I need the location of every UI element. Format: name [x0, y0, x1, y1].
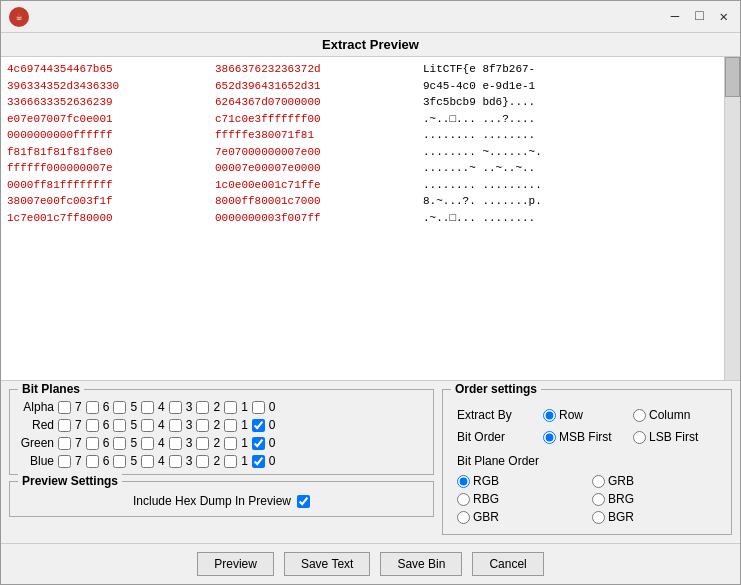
bit-checkbox-alpha-0[interactable]	[252, 401, 265, 414]
preview-row: 33666333526362396264367d070000003fc5bcb9…	[7, 94, 718, 111]
bit-checkbox-red-1[interactable]	[224, 419, 237, 432]
maximize-button[interactable]: □	[691, 8, 707, 25]
msb-first-radio[interactable]	[543, 431, 556, 444]
bit-checkbox-green-3[interactable]	[169, 437, 182, 450]
bit-row-alpha: Alpha76543210	[18, 400, 425, 414]
extract-by-radio-group: Row Column	[543, 408, 713, 422]
hex-col-2: c71c0e3fffffff00	[215, 111, 415, 128]
save-text-button[interactable]: Save Text	[284, 552, 370, 576]
bpo-option-gbr[interactable]: GBR	[457, 510, 582, 524]
bit-checkbox-alpha-2[interactable]	[196, 401, 209, 414]
preview-row: e07e07007fc0e001c71c0e3fffffff00.~..□...…	[7, 111, 718, 128]
bit-checkbox-green-1[interactable]	[224, 437, 237, 450]
bit-checkbox-alpha-7[interactable]	[58, 401, 71, 414]
bit-row-green: Green76543210	[18, 436, 425, 450]
bpo-radio-rbg[interactable]	[457, 493, 470, 506]
bit-checkbox-blue-4[interactable]	[141, 455, 154, 468]
bit-checkbox-red-7[interactable]	[58, 419, 71, 432]
bpo-option-bgr[interactable]: BGR	[592, 510, 717, 524]
extract-by-column-option[interactable]: Column	[633, 408, 713, 422]
bit-checkbox-alpha-3[interactable]	[169, 401, 182, 414]
close-button[interactable]: ✕	[716, 8, 732, 25]
bit-checkbox-blue-1[interactable]	[224, 455, 237, 468]
lsb-first-radio[interactable]	[633, 431, 646, 444]
bit-order-radio-group: MSB First LSB First	[543, 430, 713, 444]
bit-num-alpha-2: 2	[213, 400, 220, 414]
bit-num-red-2: 2	[213, 418, 220, 432]
bit-num-green-3: 3	[186, 436, 193, 450]
bit-num-red-3: 3	[186, 418, 193, 432]
hex-col-1: 0000ff81ffffffff	[7, 177, 207, 194]
extract-by-label: Extract By	[457, 408, 537, 422]
bit-num-green-6: 6	[103, 436, 110, 450]
extract-by-row: Extract By Row Column	[457, 408, 717, 422]
bit-checkbox-red-6[interactable]	[86, 419, 99, 432]
bit-num-blue-2: 2	[213, 454, 220, 468]
hex-dump-row: Include Hex Dump In Preview	[133, 494, 310, 508]
bpo-radio-brg[interactable]	[592, 493, 605, 506]
extract-by-column-label: Column	[649, 408, 690, 422]
bpo-label-gbr: GBR	[473, 510, 499, 524]
bpo-option-grb[interactable]: GRB	[592, 474, 717, 488]
bit-checkbox-red-5[interactable]	[113, 419, 126, 432]
bit-checkbox-alpha-5[interactable]	[113, 401, 126, 414]
msb-first-option[interactable]: MSB First	[543, 430, 623, 444]
bit-checkbox-alpha-4[interactable]	[141, 401, 154, 414]
bpo-option-rgb[interactable]: RGB	[457, 474, 582, 488]
preview-row: 4c69744354467b65386637623236372dLitCTF{e…	[7, 61, 718, 78]
preview-button[interactable]: Preview	[197, 552, 274, 576]
save-bin-button[interactable]: Save Bin	[380, 552, 462, 576]
left-panel: Bit Planes Alpha76543210Red76543210Green…	[9, 389, 434, 535]
bpo-radio-rgb[interactable]	[457, 475, 470, 488]
bit-checkbox-green-6[interactable]	[86, 437, 99, 450]
bit-checkbox-green-7[interactable]	[58, 437, 71, 450]
bpo-option-rbg[interactable]: RBG	[457, 492, 582, 506]
bit-num-blue-6: 6	[103, 454, 110, 468]
bit-checkbox-blue-2[interactable]	[196, 455, 209, 468]
extract-by-row-radio[interactable]	[543, 409, 556, 422]
bit-checkbox-green-0[interactable]	[252, 437, 265, 450]
bit-checkbox-blue-7[interactable]	[58, 455, 71, 468]
scrollbar-thumb[interactable]	[725, 57, 740, 97]
bit-checkbox-blue-0[interactable]	[252, 455, 265, 468]
bpo-radio-bgr[interactable]	[592, 511, 605, 524]
bit-num-blue-1: 1	[241, 454, 248, 468]
hex-col-2: 652d396431652d31	[215, 78, 415, 95]
bit-num-red-1: 1	[241, 418, 248, 432]
bit-checkbox-red-3[interactable]	[169, 419, 182, 432]
bit-checkbox-red-4[interactable]	[141, 419, 154, 432]
hex-col-1: e07e07007fc0e001	[7, 111, 207, 128]
bit-checkbox-green-2[interactable]	[196, 437, 209, 450]
bpo-option-brg[interactable]: BRG	[592, 492, 717, 506]
bit-num-green-7: 7	[75, 436, 82, 450]
extract-by-row-option[interactable]: Row	[543, 408, 623, 422]
cancel-button[interactable]: Cancel	[472, 552, 543, 576]
order-settings-label: Order settings	[451, 382, 541, 396]
minimize-button[interactable]: —	[667, 8, 683, 25]
preview-settings-box: Preview Settings Include Hex Dump In Pre…	[9, 481, 434, 517]
ascii-col: 3fc5bcb9 bd6}....	[423, 94, 535, 111]
bit-checkbox-red-0[interactable]	[252, 419, 265, 432]
extract-by-column-radio[interactable]	[633, 409, 646, 422]
bit-checkbox-green-5[interactable]	[113, 437, 126, 450]
bit-num-blue-4: 4	[158, 454, 165, 468]
panel-title: Extract Preview	[1, 33, 740, 57]
bit-checkbox-blue-6[interactable]	[86, 455, 99, 468]
bit-checkbox-green-4[interactable]	[141, 437, 154, 450]
bit-num-green-0: 0	[269, 436, 276, 450]
bit-checkbox-red-2[interactable]	[196, 419, 209, 432]
preview-text[interactable]: 4c69744354467b65386637623236372dLitCTF{e…	[1, 57, 724, 380]
lsb-first-option[interactable]: LSB First	[633, 430, 713, 444]
bit-checkbox-alpha-1[interactable]	[224, 401, 237, 414]
bpo-radio-grb[interactable]	[592, 475, 605, 488]
ascii-col: 9c45-4c0 e-9d1e-1	[423, 78, 535, 95]
bit-checkbox-blue-5[interactable]	[113, 455, 126, 468]
bit-checkbox-alpha-6[interactable]	[86, 401, 99, 414]
bit-num-red-7: 7	[75, 418, 82, 432]
hex-col-2: 7e07000000007e00	[215, 144, 415, 161]
scrollbar-track[interactable]	[724, 57, 740, 380]
hex-dump-checkbox[interactable]	[297, 495, 310, 508]
ascii-col: .~..□... ........	[423, 210, 542, 227]
bit-checkbox-blue-3[interactable]	[169, 455, 182, 468]
bpo-radio-gbr[interactable]	[457, 511, 470, 524]
